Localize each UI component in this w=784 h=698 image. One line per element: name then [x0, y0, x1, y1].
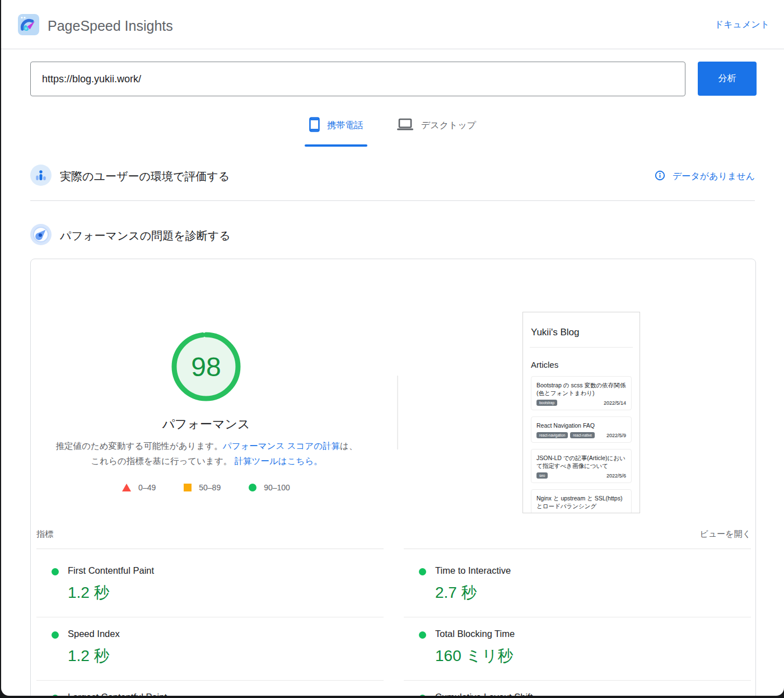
- metric-time-to-interactive: Time to Interactive 2.7 秒: [404, 554, 751, 617]
- article-date: 2022/5/6: [606, 473, 626, 479]
- pass-dot-icon: [419, 631, 426, 639]
- url-input[interactable]: [30, 62, 685, 96]
- metric-value: 1.2 秒: [68, 645, 384, 667]
- metric-name: Largest Contentful Paint: [68, 692, 384, 696]
- legend-fail-range: 0–49: [138, 483, 156, 492]
- lighthouse-compass-icon: [30, 224, 52, 247]
- device-tabs: 携帯電話 デスクトップ: [1, 114, 784, 147]
- metric-name: First Contentful Paint: [68, 565, 384, 576]
- disclaimer-text-1: 推定値のため変動する可能性があります。: [56, 441, 223, 451]
- score-legend: 0–49 50–89 90–100: [31, 483, 381, 492]
- metric-cumulative-layout-shift: Cumulative Layout Shift 0: [404, 681, 751, 696]
- no-data-status[interactable]: データがありません: [655, 170, 755, 183]
- pass-dot-icon: [52, 631, 59, 639]
- section-divider: [30, 200, 755, 201]
- pagespeed-logo-icon: [18, 14, 39, 38]
- report-card: 98 パフォーマンス 推定値のため変動する可能性があります。パフォーマンス スコ…: [30, 259, 756, 696]
- performance-score-gauge: 98: [170, 331, 242, 402]
- fail-triangle-icon: [122, 484, 131, 491]
- app-header: PageSpeed Insights ドキュメント: [1, 0, 784, 49]
- metric-first-contentful-paint: First Contentful Paint 1.2 秒: [36, 554, 384, 617]
- metric-total-blocking-time: Total Blocking Time 160 ミリ秒: [404, 617, 751, 681]
- info-icon: [655, 170, 665, 183]
- metric-value: 160 ミリ秒: [435, 645, 751, 667]
- legend-pass-range: 90–100: [264, 483, 290, 492]
- lab-section-title: パフォーマンスの問題を診断する: [60, 228, 231, 243]
- score-value: 98: [170, 331, 242, 402]
- article-title: Nginx と upstream と SSL(https) とロードバランシング: [536, 494, 626, 510]
- metric-speed-index: Speed Index 1.2 秒: [36, 617, 384, 681]
- metrics-header-row: 指標 ビューを開く: [36, 529, 751, 549]
- article-tag: seo: [536, 472, 548, 479]
- score-calc-link[interactable]: パフォーマンス スコアの計算: [223, 441, 340, 451]
- phone-icon: [309, 117, 320, 134]
- article-tag: react-navigation: [536, 432, 568, 438]
- metric-value: 1.2 秒: [68, 582, 384, 603]
- field-data-section: 実際のユーザーの環境で評価する データがありません: [30, 162, 755, 191]
- tab-desktop[interactable]: デスクトップ: [392, 114, 480, 147]
- lab-data-section: パフォーマンスの問題を診断する: [30, 221, 755, 250]
- legend-fail: 0–49: [122, 483, 156, 492]
- brand: PageSpeed Insights: [18, 14, 173, 38]
- page-screenshot-thumbnail: Yukii's Blog Articles Bootstrap の scss 変…: [522, 312, 640, 513]
- metrics-grid: First Contentful Paint 1.2 秒 Time to Int…: [36, 554, 751, 696]
- active-tab-indicator: [305, 144, 367, 147]
- documentation-link[interactable]: ドキュメント: [715, 0, 769, 49]
- legend-average-range: 50–89: [199, 483, 221, 492]
- metric-name: Total Blocking Time: [435, 629, 751, 639]
- thumb-site-title: Yukii's Blog: [531, 327, 632, 338]
- pass-dot-icon: [52, 568, 59, 575]
- article-tag: bootstrap: [536, 400, 557, 406]
- no-data-label: データがありません: [673, 171, 755, 182]
- legend-pass: 90–100: [249, 483, 290, 492]
- metric-name: Speed Index: [68, 629, 384, 639]
- article-title: Bootstrap の scss 変数の依存関係(色とフォントまわり): [536, 381, 626, 397]
- open-view-button[interactable]: ビューを開く: [404, 529, 751, 549]
- metrics-heading: 指標: [36, 529, 384, 549]
- article-date: 2022/5/14: [604, 400, 626, 406]
- pass-dot-icon: [419, 695, 426, 696]
- article-title: React Navigation FAQ: [536, 421, 626, 429]
- thumb-article-1: Bootstrap の scss 変数の依存関係(色とフォントまわり) boot…: [531, 376, 632, 410]
- legend-average: 50–89: [184, 483, 221, 492]
- users-icon: [30, 165, 52, 188]
- calculator-link[interactable]: 計算ツールはこちら。: [235, 456, 323, 466]
- average-square-icon: [184, 484, 192, 491]
- screenshot-stage: PageSpeed Insights ドキュメント 分析 携帯電話: [0, 0, 784, 698]
- analyze-button[interactable]: 分析: [698, 62, 757, 96]
- metric-value: 2.7 秒: [435, 582, 751, 603]
- thumb-article-2: React Navigation FAQ react-navigation re…: [531, 416, 632, 443]
- metric-largest-contentful-paint: Largest Contentful Paint 1.2 秒: [36, 681, 384, 696]
- app-title: PageSpeed Insights: [48, 18, 173, 34]
- vertical-divider: [397, 376, 398, 449]
- article-date: 2022/5/9: [606, 433, 626, 438]
- pagespeed-page: PageSpeed Insights ドキュメント 分析 携帯電話: [1, 0, 784, 696]
- thumb-divider: [530, 347, 633, 348]
- metric-name: Cumulative Layout Shift: [435, 692, 751, 696]
- article-title: JSON-LD での記事(Article)において指定すべき画像について: [536, 454, 626, 470]
- score-category-label: パフォーマンス: [31, 416, 381, 433]
- metric-name: Time to Interactive: [435, 565, 751, 576]
- score-disclaimer: 推定値のため変動する可能性があります。パフォーマンス スコアの計算は、これらの指…: [53, 438, 360, 469]
- laptop-icon: [396, 118, 414, 133]
- thumb-article-3: JSON-LD での記事(Article)において指定すべき画像について seo…: [531, 449, 632, 483]
- tab-desktop-label: デスクトップ: [421, 120, 476, 132]
- tab-mobile[interactable]: 携帯電話: [305, 114, 367, 147]
- thumb-article-4: Nginx と upstream と SSL(https) とロードバランシング: [531, 489, 632, 513]
- pass-circle-icon: [249, 484, 256, 491]
- pass-dot-icon: [419, 568, 426, 575]
- article-tag: react-native: [570, 432, 595, 438]
- field-section-title: 実際のユーザーの環境で評価する: [60, 169, 230, 184]
- pass-dot-icon: [52, 695, 59, 696]
- thumb-articles-heading: Articles: [531, 360, 632, 369]
- tab-mobile-label: 携帯電話: [327, 120, 363, 132]
